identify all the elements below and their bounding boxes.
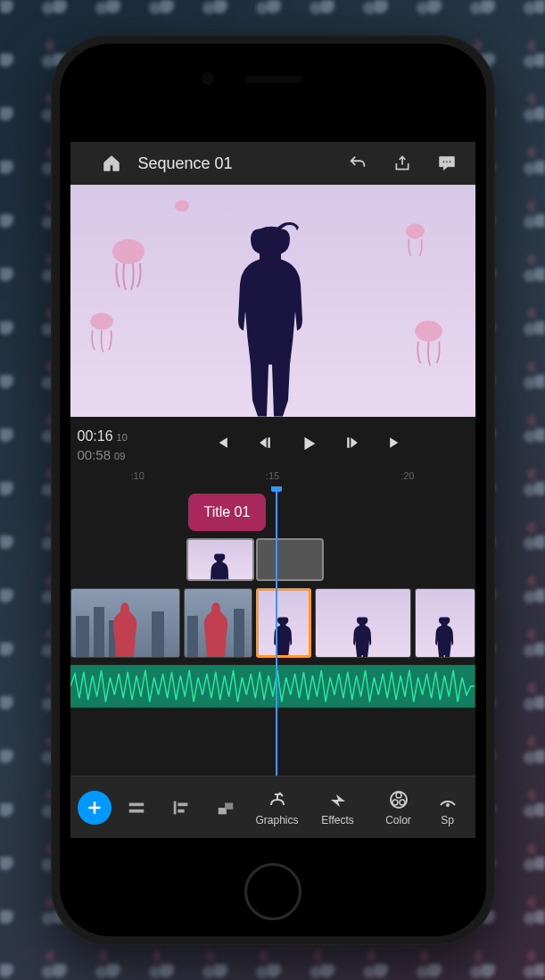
tab-speed[interactable]: Sp: [434, 789, 461, 826]
svg-point-6: [415, 320, 442, 341]
home-button[interactable]: [244, 863, 301, 920]
waveform: [70, 665, 475, 707]
skip-start-button[interactable]: [213, 434, 231, 457]
svg-point-0: [442, 161, 444, 162]
jellyfish-decoration: [400, 220, 431, 261]
tab-color[interactable]: Color: [374, 789, 424, 826]
edit-tabs: Graphics Effects Color Sp: [252, 789, 468, 826]
header-bar: Sequence 01: [70, 142, 475, 185]
svg-rect-18: [178, 802, 187, 806]
svg-point-26: [446, 803, 450, 807]
svg-point-1: [445, 161, 447, 162]
project-tool-icon[interactable]: [117, 788, 156, 827]
ruler-tick: :20: [340, 470, 475, 481]
add-button[interactable]: [78, 791, 111, 825]
overlay-clip[interactable]: [186, 538, 254, 581]
overlay-track: [186, 538, 324, 581]
phone-speaker: [244, 76, 301, 83]
svg-point-3: [112, 239, 145, 264]
feedback-icon[interactable]: [431, 147, 463, 179]
ruler-tick: :10: [70, 470, 205, 481]
time-ruler[interactable]: :10 :15 :20: [70, 470, 475, 486]
svg-point-7: [174, 200, 188, 212]
step-forward-button[interactable]: [343, 434, 361, 457]
svg-rect-14: [70, 665, 475, 707]
graphics-icon: [267, 789, 288, 810]
svg-rect-19: [178, 809, 184, 812]
jellyfish-decoration: [169, 198, 195, 229]
svg-rect-9: [94, 607, 104, 658]
sequence-title[interactable]: Sequence 01: [138, 154, 329, 173]
svg-point-23: [396, 793, 401, 798]
svg-rect-12: [187, 616, 198, 658]
svg-point-24: [392, 800, 398, 805]
video-clip[interactable]: [315, 588, 411, 658]
video-clip[interactable]: [184, 588, 252, 658]
svg-point-2: [449, 161, 450, 162]
svg-rect-21: [225, 802, 233, 809]
total-time: 00:58: [78, 446, 111, 464]
svg-rect-11: [152, 611, 164, 658]
playhead[interactable]: [276, 486, 277, 776]
tab-label: Effects: [321, 814, 353, 826]
color-icon: [388, 789, 409, 810]
video-clip[interactable]: [70, 588, 180, 658]
home-icon[interactable]: [95, 147, 128, 179]
person-silhouette: [215, 221, 331, 417]
svg-point-4: [90, 312, 113, 329]
svg-rect-15: [128, 802, 144, 806]
skip-end-button[interactable]: [386, 434, 404, 457]
tab-label: Graphics: [255, 814, 298, 826]
phone-bezel: Sequence 01: [60, 44, 486, 936]
phone-frame: Sequence 01: [51, 35, 495, 945]
svg-rect-17: [173, 801, 176, 814]
title-clip[interactable]: Title 01: [188, 494, 267, 531]
tab-effects[interactable]: Effects: [313, 789, 363, 826]
video-clip-selected[interactable]: [256, 588, 311, 658]
video-preview[interactable]: [70, 185, 475, 417]
bottom-toolbar: Graphics Effects Color Sp: [70, 776, 475, 838]
layers-tool-icon[interactable]: [206, 788, 245, 827]
svg-point-5: [406, 224, 425, 239]
svg-rect-16: [128, 809, 144, 812]
ruler-tick: :15: [205, 470, 340, 481]
tab-label: Color: [385, 814, 411, 826]
share-icon[interactable]: [386, 147, 418, 179]
jellyfish-decoration: [106, 238, 151, 292]
tab-label: Sp: [441, 814, 454, 826]
jellyfish-decoration: [84, 310, 120, 354]
svg-rect-13: [234, 609, 244, 658]
play-button[interactable]: [299, 434, 318, 457]
svg-point-25: [400, 800, 405, 805]
step-back-button[interactable]: [256, 434, 274, 457]
timeline-panel[interactable]: Title 01: [70, 486, 475, 776]
effects-icon: [327, 789, 349, 810]
current-frames: 10: [117, 431, 128, 444]
app-screen: Sequence 01: [70, 142, 475, 838]
align-tool-icon[interactable]: [161, 788, 201, 827]
jellyfish-decoration: [409, 319, 449, 368]
current-time: 00:16: [78, 428, 113, 446]
total-frames: 09: [114, 450, 125, 462]
svg-point-22: [391, 792, 407, 808]
speed-icon: [437, 789, 458, 810]
playback-bar: 00:16 10 00:58 09: [70, 417, 475, 470]
video-clip[interactable]: [415, 588, 475, 658]
overlay-clip[interactable]: [256, 538, 324, 581]
audio-track[interactable]: [70, 665, 475, 708]
phone-camera: [202, 72, 214, 85]
tab-graphics[interactable]: Graphics: [252, 789, 302, 826]
undo-icon[interactable]: [342, 147, 374, 179]
transport-controls: [149, 434, 468, 457]
timecode-display: 00:16 10 00:58 09: [78, 428, 144, 463]
svg-rect-8: [76, 616, 89, 658]
main-video-track: [70, 588, 475, 658]
